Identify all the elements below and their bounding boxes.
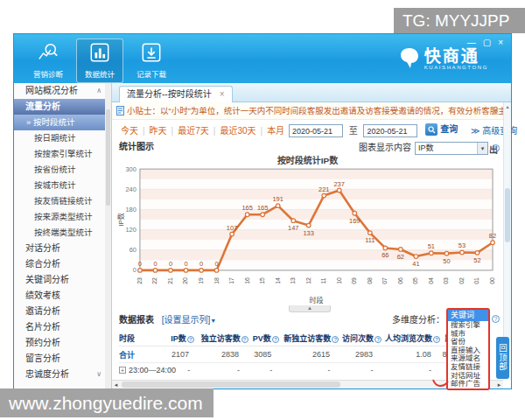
svg-text:120: 120 bbox=[125, 226, 136, 234]
tab-close-icon[interactable]: × bbox=[220, 89, 225, 99]
sidebar-item[interactable]: 流量分析 bbox=[14, 99, 111, 115]
chart-metric-select[interactable]: IP数 ▾ bbox=[415, 142, 488, 155]
sidebar-item[interactable]: 名片分析 bbox=[14, 319, 111, 335]
quick-filter-2[interactable]: 最近7天 bbox=[178, 126, 209, 136]
scroll-left-icon[interactable]: ◂ bbox=[112, 381, 120, 388]
column-help-icon[interactable]: ? bbox=[374, 336, 382, 343]
quick-filter-1[interactable]: 昨天 bbox=[150, 126, 167, 136]
sidebar-item[interactable]: » 按时段统计 bbox=[14, 115, 111, 130]
date-from-input[interactable] bbox=[289, 124, 343, 137]
dimension-option[interactable]: 来源域名 bbox=[448, 354, 488, 363]
dimension-option[interactable]: 友情链接 bbox=[448, 363, 488, 372]
sidebar-item[interactable]: 按终端类型统计 bbox=[14, 225, 111, 241]
sidebar-item[interactable]: 按来源类型统计 bbox=[14, 209, 111, 225]
dimension-option[interactable]: 直接输入 bbox=[448, 346, 488, 355]
svg-text:06: 06 bbox=[397, 277, 403, 284]
search-button[interactable]: 查询 bbox=[425, 120, 458, 139]
sidebar-item[interactable]: 留言分析 bbox=[14, 351, 111, 367]
sidebar-item[interactable]: 预约分析 bbox=[14, 335, 111, 351]
sidebar-item[interactable]: 邀请分析 bbox=[14, 304, 111, 319]
sidebar-scroll-down-icon[interactable]: ∨ bbox=[96, 367, 102, 382]
table-cell: 1.08 bbox=[383, 350, 442, 359]
close-button[interactable]: × bbox=[498, 38, 503, 47]
scroll-up-icon[interactable]: ▴ bbox=[504, 103, 511, 109]
sidebar-item[interactable]: 绩效考核 bbox=[14, 288, 111, 304]
column-header: 新独立访客数? bbox=[282, 332, 340, 344]
logo-title: 快商通 bbox=[424, 48, 488, 65]
tab-bar: 流量分析--按时段统计× bbox=[112, 83, 511, 102]
sidebar-item[interactable]: 按省份统计 bbox=[14, 162, 111, 178]
logo-bubble-icon bbox=[399, 47, 420, 70]
sidebar-item[interactable]: 网站概况分析∧ bbox=[14, 83, 111, 99]
column-help-icon[interactable]: ? bbox=[332, 336, 339, 343]
svg-text:147: 147 bbox=[288, 224, 298, 232]
toolbar-diagnosis-button[interactable]: 营销诊断 bbox=[24, 38, 72, 83]
quick-filter-3[interactable]: 最近30天 bbox=[220, 126, 256, 136]
toolbar-stats-button[interactable]: 数据统计 bbox=[76, 38, 123, 83]
diagnosis-icon bbox=[25, 42, 71, 63]
svg-text:13: 13 bbox=[290, 277, 296, 284]
scroll-right-icon[interactable]: ▸ bbox=[495, 381, 503, 388]
column-help-icon[interactable]: ? bbox=[242, 336, 248, 343]
sidebar-item[interactable]: 按城市统计 bbox=[14, 178, 111, 193]
collapse-chart-button[interactable]: ▲ bbox=[289, 305, 331, 312]
date-range-separator: 至 bbox=[349, 126, 358, 136]
dimension-option[interactable]: 邮件广告 bbox=[448, 380, 488, 388]
tip-text: 小贴士：以“小时”为单位，统计一天内不同时间段客服发出邀请及访客接受邀请的情况，… bbox=[127, 106, 503, 116]
table-cell: - bbox=[341, 366, 384, 374]
minimize-button[interactable]: — bbox=[467, 38, 476, 47]
sidebar-item[interactable]: 对话分析 bbox=[14, 241, 111, 256]
toolbar-download-button[interactable]: 记录下载 bbox=[128, 38, 175, 83]
sidebar-scrollbar[interactable] bbox=[105, 83, 111, 388]
help-icon[interactable]: ? bbox=[492, 144, 500, 152]
logo-subtitle: KUAISHANGTONG bbox=[424, 65, 488, 70]
tab-traffic-by-period[interactable]: 流量分析--按时段统计× bbox=[119, 86, 233, 102]
sidebar-item[interactable]: 综合分析 bbox=[14, 256, 111, 272]
dimension-option[interactable]: 对话网址 bbox=[448, 372, 488, 381]
row-label[interactable]: +23:00—24:00 bbox=[119, 366, 166, 374]
app-window: 营销诊断数据统计记录下载 快商通 KUAISHANGTONG — ▢ × 网站概… bbox=[13, 33, 512, 389]
tip-doc-icon bbox=[116, 106, 124, 116]
site-watermark: www.zhongyuedire.com bbox=[0, 388, 214, 417]
svg-text:111: 111 bbox=[365, 236, 374, 244]
svg-text:0: 0 bbox=[133, 266, 136, 274]
svg-text:按时段统计IP数: 按时段统计IP数 bbox=[277, 155, 339, 165]
vertical-scroll-thumb[interactable] bbox=[505, 188, 510, 242]
dimension-help-icon[interactable]: ? bbox=[492, 315, 500, 323]
sidebar-item[interactable]: 关键词分析 bbox=[14, 272, 111, 288]
expand-row-icon[interactable]: + bbox=[119, 367, 126, 374]
quick-filter-0[interactable]: 今天 bbox=[121, 126, 138, 136]
svg-text:07: 07 bbox=[382, 277, 388, 284]
table-cell: 2838 bbox=[200, 350, 249, 359]
filter-bar: 今天|昨天|最近7天|最近30天|本月 至 查询 ≫ 高级查询 ↻导 出 bbox=[112, 120, 503, 139]
sidebar-item[interactable]: 按搜索引擎统计 bbox=[14, 146, 111, 162]
back-to-top-button[interactable]: 回顶部 bbox=[496, 337, 509, 379]
table-cell: 2983 bbox=[340, 350, 383, 359]
svg-text:22: 22 bbox=[151, 277, 158, 284]
svg-text:53: 53 bbox=[458, 242, 466, 249]
dimension-option[interactable]: 省份 bbox=[448, 338, 488, 346]
date-to-input[interactable] bbox=[363, 124, 417, 137]
column-header: IP数? bbox=[165, 332, 200, 344]
column-help-icon[interactable]: ? bbox=[272, 336, 279, 343]
dimension-option[interactable]: 搜索引擎 bbox=[448, 321, 488, 330]
svg-text:300: 300 bbox=[125, 165, 136, 173]
horizontal-scroll-thumb[interactable] bbox=[122, 382, 340, 388]
quick-filter-4[interactable]: 本月 bbox=[267, 126, 284, 136]
data-table: 时段IP数?独立访客数?PV数?新独立访客数?访问次数?人均浏览次数?跳出率?合… bbox=[119, 331, 480, 377]
maximize-button[interactable]: ▢ bbox=[483, 38, 491, 47]
svg-text:08: 08 bbox=[367, 277, 373, 284]
dimension-option[interactable]: 关键词 bbox=[448, 310, 488, 321]
sidebar-scroll-up-icon[interactable]: ∧ bbox=[96, 83, 102, 99]
svg-text:00: 00 bbox=[489, 277, 495, 284]
sidebar-item[interactable]: 按友情链接统计 bbox=[14, 193, 111, 209]
dimension-option[interactable]: 城市 bbox=[448, 330, 488, 339]
table-cell: 2615 bbox=[282, 350, 340, 359]
sidebar-scroll-thumb[interactable] bbox=[106, 109, 110, 206]
sidebar-item[interactable]: 忠诚度分析∨ bbox=[14, 367, 111, 382]
column-header: PV数? bbox=[249, 332, 282, 344]
sidebar-item[interactable]: 按日期统计 bbox=[14, 130, 111, 146]
column-help-icon[interactable]: ? bbox=[187, 336, 194, 343]
configure-columns-link[interactable]: [设置显示列]▼ bbox=[162, 315, 217, 325]
column-help-icon[interactable]: ? bbox=[433, 336, 440, 343]
